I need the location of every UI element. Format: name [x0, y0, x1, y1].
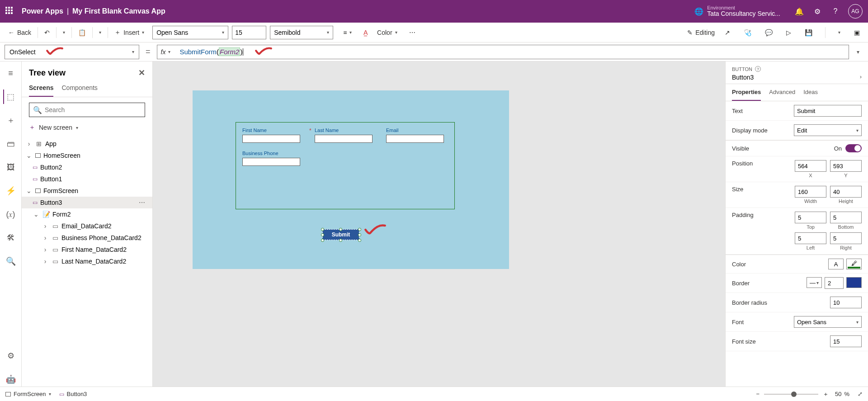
share-button[interactable]: ↗ [721, 27, 734, 38]
editing-mode-button[interactable]: ✎Editing [687, 29, 715, 36]
tree-view-icon[interactable]: ⬚ [3, 90, 18, 104]
font-weight-select[interactable]: Semibold▾ [270, 26, 333, 39]
tree-item-form2[interactable]: ⌄📝Form2 [22, 208, 152, 220]
tree-item-phone-dc[interactable]: ›▭Business Phone_DataCard2 [22, 232, 152, 244]
zoom-in-button[interactable]: ＋ [823, 390, 829, 398]
tree-item-lname-dc[interactable]: ›▭Last Name_DataCard2 [22, 255, 152, 267]
paste-dropdown[interactable]: ▾ [95, 28, 105, 37]
app-checker-icon[interactable]: 🩺 [740, 27, 755, 38]
prop-right-label: Right [830, 245, 862, 250]
save-dropdown[interactable]: ▾ [835, 28, 844, 37]
environment-block[interactable]: Environment Tata Consultancy Servic... [707, 5, 780, 17]
search-rail-icon[interactable]: 🔍 [4, 254, 18, 269]
environment-name: Tata Consultancy Servic... [707, 10, 780, 17]
border-style-select[interactable]: — ▾ [807, 277, 822, 288]
preview-button[interactable]: ▷ [783, 27, 795, 38]
panel-expand-icon[interactable]: › [860, 73, 862, 80]
tree-close-icon[interactable]: ✕ [138, 68, 145, 78]
media-icon[interactable]: 🖼 [4, 160, 18, 175]
undo-dropdown[interactable]: ▾ [59, 28, 69, 37]
tree-item-email-dc[interactable]: ›▭Email_DataCard2 [22, 220, 152, 232]
tree-item-homescreen[interactable]: ⌄HomeScreen [22, 150, 152, 161]
advanced-tools-icon[interactable]: 🛠 [4, 231, 18, 245]
prop-padtop-input[interactable] [795, 212, 826, 223]
field-input-phone[interactable] [242, 158, 300, 166]
user-avatar[interactable]: AG [848, 4, 863, 19]
publish-icon[interactable]: ▣ [850, 27, 863, 38]
tree-view-panel: Tree view ✕ Screens Components 🔍 ＋New sc… [22, 61, 153, 387]
field-input-email[interactable] [386, 135, 444, 143]
status-selected[interactable]: ▭Button3 [59, 391, 87, 397]
prop-displaymode-select[interactable]: Edit▾ [794, 124, 862, 136]
zoom-out-button[interactable]: − [756, 391, 760, 397]
hamburger-icon[interactable]: ≡ [4, 66, 18, 80]
font-weight-value: Semibold [274, 29, 300, 36]
paste-button[interactable]: 📋 [75, 27, 90, 38]
prop-fontsize-input[interactable] [830, 335, 862, 347]
undo-button[interactable]: ↶ [41, 27, 53, 38]
prop-size-label: Size [732, 186, 795, 193]
prop-padleft-input[interactable] [795, 232, 826, 244]
font-size-input[interactable] [232, 26, 266, 39]
color-button[interactable]: A̲ Color ▾ [360, 27, 401, 38]
status-screen[interactable]: FormScreen▾ [5, 391, 51, 397]
back-button[interactable]: ←Back [5, 27, 35, 38]
prop-width-input[interactable] [795, 186, 826, 198]
power-automate-icon[interactable]: ⚡ [4, 184, 18, 198]
prop-text-input[interactable] [794, 105, 862, 117]
formula-expand-button[interactable]: ▾ [853, 49, 863, 55]
prop-y-input[interactable] [830, 160, 862, 172]
new-screen-button[interactable]: ＋New screen▾ [22, 121, 152, 136]
more-button[interactable]: ⋯ [406, 27, 419, 38]
prop-visible-toggle[interactable] [845, 144, 862, 152]
tab-advanced[interactable]: Advanced [769, 84, 795, 101]
zoom-slider[interactable] [764, 394, 818, 395]
tree-item-app[interactable]: ›⊞App [22, 138, 152, 150]
comments-icon[interactable]: 💬 [761, 27, 776, 38]
environment-icon[interactable]: 🌐 [694, 7, 703, 16]
fill-color-swatch[interactable]: 🖉 [846, 259, 862, 269]
prop-font-select[interactable]: Open Sans▾ [794, 316, 862, 328]
border-radius-input[interactable] [830, 297, 862, 308]
prop-padbottom-input[interactable] [830, 212, 862, 223]
variables-icon[interactable]: (𝑥) [4, 207, 18, 222]
prop-height-input[interactable] [830, 186, 862, 198]
tree-item-button1[interactable]: ▭Button1 [22, 173, 152, 185]
align-button[interactable]: ≡ ▾ [340, 27, 355, 38]
tree-item-formscreen[interactable]: ⌄FormScreen [22, 185, 152, 197]
tab-screens[interactable]: Screens [29, 80, 53, 97]
save-button[interactable]: 💾 [801, 27, 816, 38]
notifications-icon[interactable]: 🔔 [792, 7, 807, 16]
tree-search-input[interactable] [45, 106, 141, 113]
data-icon[interactable]: 🗃 [4, 137, 18, 151]
help-icon[interactable]: ? [828, 7, 843, 15]
prop-x-input[interactable] [795, 160, 826, 172]
tree-item-more-icon[interactable]: ⋯ [139, 199, 149, 206]
property-selector[interactable]: OnSelect ▾ [5, 45, 139, 59]
field-input-firstname[interactable] [242, 135, 300, 143]
border-color-swatch[interactable] [846, 277, 862, 288]
insert-rail-icon[interactable]: ＋ [4, 113, 18, 127]
tree-search[interactable]: 🔍 [29, 103, 145, 117]
tab-components[interactable]: Components [61, 80, 97, 97]
virtual-agent-icon[interactable]: 🤖 [4, 372, 18, 387]
font-color-swatch[interactable]: A [828, 259, 844, 269]
tab-properties[interactable]: Properties [732, 84, 761, 101]
border-width-input[interactable] [825, 277, 844, 289]
tree-item-fname-dc[interactable]: ›▭First Name_DataCard2 [22, 244, 152, 255]
tree-item-button2[interactable]: ▭Button2 [22, 161, 152, 173]
settings-icon[interactable]: ⚙ [810, 7, 825, 16]
font-select[interactable]: Open Sans▾ [152, 26, 228, 39]
insert-button[interactable]: ＋Insert▾ [111, 27, 148, 38]
fit-screen-button[interactable]: ⤢ [858, 391, 863, 397]
tab-ideas[interactable]: Ideas [803, 84, 818, 101]
settings-rail-icon[interactable]: ⚙ [4, 349, 18, 363]
help-icon-small[interactable]: ? [755, 66, 761, 72]
waffle-icon[interactable] [5, 7, 14, 16]
tree-item-button3[interactable]: ▭Button3⋯ [22, 197, 152, 208]
screen-canvas[interactable]: First Name * Last Name Email Business Ph… [193, 90, 509, 269]
prop-padright-input[interactable] [830, 232, 862, 244]
field-input-lastname[interactable] [315, 135, 373, 143]
formula-input[interactable]: fx▾ SubmitForm(Form2) [157, 45, 849, 59]
canvas-area[interactable]: First Name * Last Name Email Business Ph… [153, 61, 725, 387]
